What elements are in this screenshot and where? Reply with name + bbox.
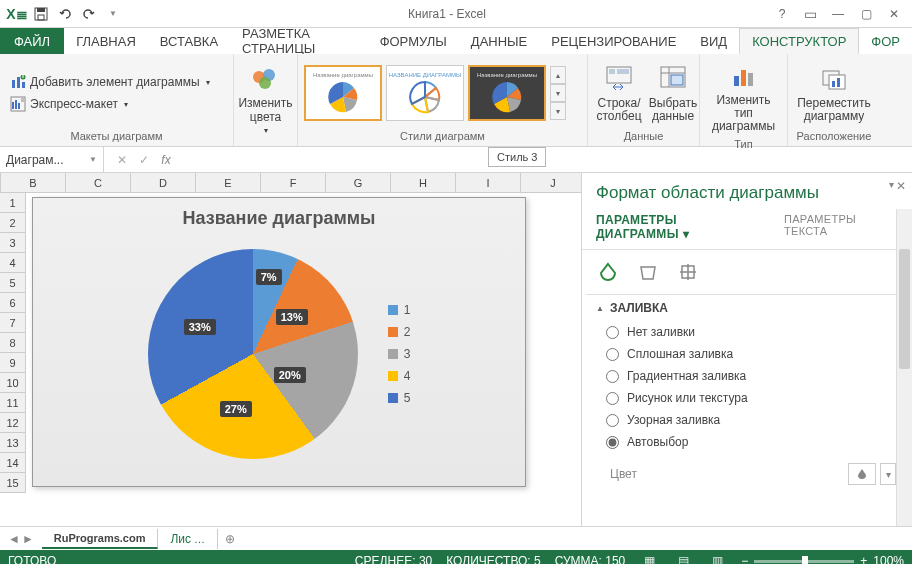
row-header[interactable]: 6: [0, 293, 26, 313]
tab-chart-design[interactable]: КОНСТРУКТОР: [739, 28, 859, 54]
view-page-layout-button[interactable]: ▤: [673, 554, 693, 564]
insert-function-button[interactable]: fx: [156, 153, 176, 167]
select-data-button[interactable]: Выбрать данные: [648, 61, 698, 125]
tab-chart-format[interactable]: ФОР: [859, 28, 912, 54]
tab-home[interactable]: ГЛАВНАЯ: [64, 28, 148, 54]
pane-tab-parameters[interactable]: ПАРАМЕТРЫ ДИАГРАММЫ▾: [596, 213, 766, 241]
status-average: СРЕДНЕЕ: 30: [355, 554, 433, 564]
row-header[interactable]: 1: [0, 193, 26, 213]
col-header[interactable]: B: [1, 173, 66, 193]
move-chart-button[interactable]: Переместить диаграмму: [794, 61, 874, 125]
tab-formulas[interactable]: ФОРМУЛЫ: [368, 28, 459, 54]
save-button[interactable]: [30, 3, 52, 25]
row-header[interactable]: 12: [0, 413, 26, 433]
change-chart-type-button[interactable]: Изменить тип диаграммы: [706, 58, 781, 136]
chart-title[interactable]: Название диаграммы: [33, 198, 525, 239]
row-header[interactable]: 15: [0, 473, 26, 493]
redo-button[interactable]: [78, 3, 100, 25]
color-picker-button[interactable]: ▾: [848, 463, 896, 485]
row-header[interactable]: 11: [0, 393, 26, 413]
effects-icon[interactable]: [636, 260, 660, 284]
pane-close-button[interactable]: ✕: [896, 179, 906, 193]
fill-option-pattern[interactable]: Узорная заливка: [606, 413, 888, 427]
row-header[interactable]: 3: [0, 233, 26, 253]
chart-legend[interactable]: 1 2 3 4 5: [388, 303, 411, 405]
view-page-break-button[interactable]: ▥: [707, 554, 727, 564]
zoom-slider[interactable]: [754, 560, 854, 563]
col-header[interactable]: H: [391, 173, 456, 193]
fill-section-header[interactable]: ▲ ЗАЛИВКА: [582, 295, 912, 321]
fill-line-icon[interactable]: [596, 260, 620, 284]
row-header[interactable]: 14: [0, 453, 26, 473]
fill-option-picture[interactable]: Рисунок или текстура: [606, 391, 888, 405]
row-header[interactable]: 8: [0, 333, 26, 353]
pane-tab-text[interactable]: ПАРАМЕТРЫ ТЕКСТА: [784, 213, 898, 241]
worksheet[interactable]: B C D E F G H I J K 1 2 3 4 5 6 7 8 9 10…: [0, 173, 581, 526]
col-header[interactable]: G: [326, 173, 391, 193]
change-colors-button[interactable]: Изменить цвета▾: [240, 61, 291, 136]
quick-layout-icon: [10, 96, 26, 112]
row-header[interactable]: 2: [0, 213, 26, 233]
tab-page-layout[interactable]: РАЗМЕТКА СТРАНИЦЫ: [230, 28, 368, 54]
fill-option-auto[interactable]: Автовыбор: [606, 435, 888, 449]
pane-options-button[interactable]: ▾: [889, 179, 894, 193]
size-properties-icon[interactable]: [676, 260, 700, 284]
undo-button[interactable]: [54, 3, 76, 25]
minimize-button[interactable]: —: [826, 4, 850, 24]
name-box[interactable]: Диаграм... ▼: [0, 147, 104, 172]
pane-scrollbar[interactable]: [896, 209, 912, 526]
chart-style-3[interactable]: Название диаграммы: [468, 65, 546, 121]
close-button[interactable]: ✕: [882, 4, 906, 24]
maximize-button[interactable]: ▢: [854, 4, 878, 24]
ribbon-toggle-button[interactable]: ▭: [798, 4, 822, 24]
qat-dropdown[interactable]: ▼: [102, 3, 124, 25]
row-header[interactable]: 4: [0, 253, 26, 273]
col-header[interactable]: F: [261, 173, 326, 193]
row-header[interactable]: 5: [0, 273, 26, 293]
tab-view[interactable]: ВИД: [688, 28, 739, 54]
row-header[interactable]: 9: [0, 353, 26, 373]
tab-data[interactable]: ДАННЫЕ: [459, 28, 539, 54]
switch-row-col-button[interactable]: Строка/ столбец: [594, 61, 644, 125]
tab-file[interactable]: ФАЙЛ: [0, 28, 64, 54]
chart-style-1[interactable]: Название диаграммы: [304, 65, 382, 121]
pie-chart[interactable]: 7% 13% 20% 27% 33%: [148, 249, 358, 459]
accept-formula-button[interactable]: ✓: [134, 153, 154, 167]
col-header[interactable]: I: [456, 173, 521, 193]
chart-object[interactable]: Название диаграммы 7% 13% 20% 27% 33% 1 …: [32, 197, 526, 487]
sheet-tab[interactable]: Лис …: [158, 529, 218, 549]
zoom-out-button[interactable]: −: [741, 554, 748, 564]
quick-layout-button[interactable]: Экспресс-макет▾: [6, 94, 214, 114]
row-header[interactable]: 7: [0, 313, 26, 333]
add-chart-element-button[interactable]: + Добавить элемент диаграммы▾: [6, 72, 214, 92]
svg-rect-19: [609, 69, 615, 74]
collapse-icon: ▲: [596, 304, 604, 313]
view-normal-button[interactable]: ▦: [639, 554, 659, 564]
sheet-nav-next[interactable]: ►: [22, 532, 34, 546]
row-header[interactable]: 13: [0, 433, 26, 453]
col-header[interactable]: J: [521, 173, 581, 193]
fill-option-solid[interactable]: Сплошная заливка: [606, 347, 888, 361]
fill-option-none[interactable]: Нет заливки: [606, 325, 888, 339]
sheet-tab-active[interactable]: RuPrograms.com: [42, 529, 159, 549]
chart-style-2[interactable]: НАЗВАНИЕ ДИАГРАММЫ: [386, 65, 464, 121]
app-icon[interactable]: X≣: [6, 3, 28, 25]
style-gallery-more[interactable]: ▴▾▾: [550, 66, 566, 120]
sheet-nav-prev[interactable]: ◄: [8, 532, 20, 546]
svg-rect-1: [37, 8, 45, 12]
add-sheet-button[interactable]: ⊕: [218, 532, 242, 546]
tab-insert[interactable]: ВСТАВКА: [148, 28, 230, 54]
style-tooltip: Стиль 3: [488, 147, 546, 167]
cancel-formula-button[interactable]: ✕: [112, 153, 132, 167]
zoom-in-button[interactable]: +: [860, 554, 867, 564]
zoom-value[interactable]: 100%: [873, 554, 904, 564]
col-header[interactable]: C: [66, 173, 131, 193]
fill-option-gradient[interactable]: Градиентная заливка: [606, 369, 888, 383]
col-header[interactable]: E: [196, 173, 261, 193]
help-button[interactable]: ?: [770, 4, 794, 24]
tab-review[interactable]: РЕЦЕНЗИРОВАНИЕ: [539, 28, 688, 54]
zoom-control: − + 100%: [741, 554, 904, 564]
row-header[interactable]: 10: [0, 373, 26, 393]
data-label-2: 13%: [276, 309, 308, 325]
col-header[interactable]: D: [131, 173, 196, 193]
